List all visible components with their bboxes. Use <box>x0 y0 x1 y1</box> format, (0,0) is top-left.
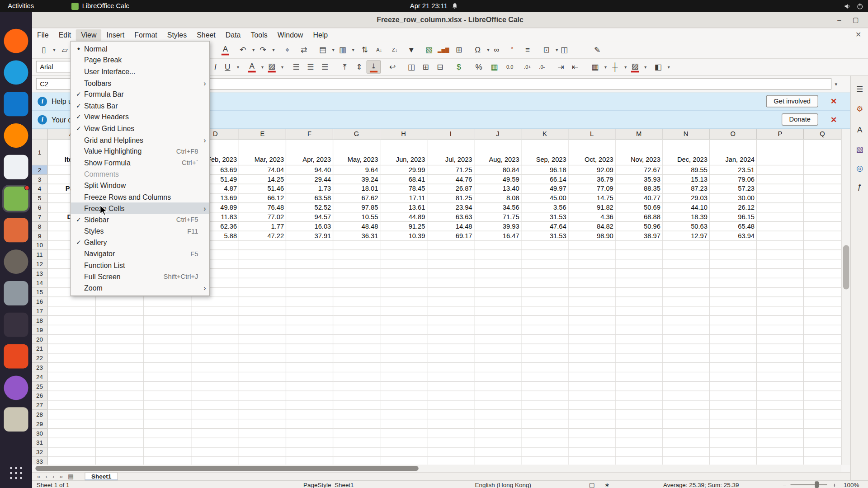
cell[interactable] <box>804 259 841 269</box>
cell[interactable] <box>757 241 804 250</box>
dock-help[interactable] <box>4 375 28 400</box>
cell[interactable] <box>239 344 286 354</box>
cell[interactable] <box>804 391 841 401</box>
menu-item-normal[interactable]: ●Normal <box>71 43 209 55</box>
cell[interactable] <box>333 269 380 278</box>
column-header[interactable]: L <box>569 129 616 139</box>
cell[interactable] <box>757 288 804 297</box>
cell[interactable] <box>192 382 239 391</box>
cell[interactable]: 71.25 <box>427 165 474 175</box>
menu-window[interactable]: Window <box>273 29 308 41</box>
cell[interactable]: 97.85 <box>333 203 380 212</box>
dock-firefox[interactable] <box>4 29 28 53</box>
cell[interactable] <box>710 429 757 438</box>
cell[interactable] <box>474 372 521 382</box>
show-applications-button[interactable] <box>9 466 24 480</box>
cell[interactable] <box>804 212 841 222</box>
cell[interactable]: 1.73 <box>286 184 333 194</box>
cell[interactable] <box>144 325 192 335</box>
cell[interactable] <box>757 457 804 465</box>
cell[interactable] <box>239 438 286 448</box>
cell[interactable] <box>96 410 144 419</box>
cell[interactable] <box>710 297 757 307</box>
cell[interactable] <box>286 335 333 344</box>
cell[interactable]: 96.15 <box>710 212 757 222</box>
cell[interactable] <box>474 382 521 391</box>
cell[interactable] <box>144 410 192 419</box>
row-header[interactable]: 7 <box>32 212 47 222</box>
gallery-icon[interactable]: ▧ <box>851 142 868 155</box>
cell[interactable] <box>663 457 710 465</box>
column-header[interactable]: G <box>333 129 380 139</box>
cell[interactable] <box>380 363 427 372</box>
chevron-down-icon[interactable]: ▾ <box>261 65 264 70</box>
row-header[interactable]: 2 <box>32 165 47 175</box>
cell[interactable] <box>474 363 521 372</box>
cell[interactable] <box>380 335 427 344</box>
cell[interactable] <box>474 448 521 457</box>
cell[interactable] <box>757 325 804 335</box>
cell[interactable] <box>286 306 333 316</box>
cell[interactable] <box>239 401 286 410</box>
cell[interactable] <box>663 269 710 278</box>
cell[interactable] <box>96 353 144 363</box>
cell[interactable]: Apr, 2023 <box>286 140 333 166</box>
dock-libreoffice-writer[interactable] <box>4 155 28 179</box>
insert-chart-icon[interactable]: ▂▅▇ <box>436 43 451 56</box>
cell[interactable] <box>521 241 568 250</box>
cell[interactable] <box>474 325 521 335</box>
align-center-icon[interactable]: ☰ <box>303 60 318 73</box>
cell[interactable] <box>521 457 568 465</box>
cell[interactable] <box>757 259 804 269</box>
menu-item-sidebar[interactable]: ✓SidebarCtrl+F5 <box>71 214 209 225</box>
cell[interactable] <box>616 259 663 269</box>
chevron-down-icon[interactable]: ▾ <box>237 65 239 70</box>
cell[interactable] <box>47 429 96 438</box>
cell[interactable] <box>427 457 474 465</box>
cell[interactable] <box>474 278 521 288</box>
cell[interactable] <box>286 419 333 429</box>
cell[interactable] <box>333 259 380 269</box>
row-header[interactable]: 28 <box>32 410 47 419</box>
cell[interactable] <box>96 297 144 307</box>
cell[interactable] <box>757 203 804 212</box>
cell[interactable] <box>710 438 757 448</box>
cell[interactable] <box>239 382 286 391</box>
cell[interactable]: 79.06 <box>710 175 757 184</box>
cell[interactable] <box>569 269 616 278</box>
cell[interactable] <box>96 335 144 344</box>
cell[interactable]: 34.56 <box>474 203 521 212</box>
center-vertically-icon[interactable]: ⇕ <box>352 60 367 73</box>
cell[interactable] <box>663 288 710 297</box>
row-header[interactable]: 9 <box>32 231 47 241</box>
menu-format[interactable]: Format <box>129 29 162 41</box>
cell[interactable] <box>757 165 804 175</box>
cell[interactable] <box>286 278 333 288</box>
cell[interactable] <box>474 259 521 269</box>
column-header[interactable]: K <box>521 129 568 139</box>
menu-item-show-formula[interactable]: Show FormulaCtrl+` <box>71 157 209 169</box>
cell[interactable] <box>427 288 474 297</box>
cell[interactable]: 13.61 <box>380 203 427 212</box>
cell[interactable] <box>427 429 474 438</box>
align-bottom-icon[interactable]: ⤓ <box>367 60 381 73</box>
cell[interactable] <box>144 401 192 410</box>
cell[interactable] <box>569 316 616 325</box>
chevron-down-icon[interactable]: ▾ <box>252 47 255 52</box>
cell[interactable] <box>239 278 286 288</box>
cell[interactable] <box>47 353 96 363</box>
merge-cells-icon[interactable]: ⊞ <box>419 60 433 73</box>
row-header[interactable]: 10 <box>32 241 47 250</box>
cell[interactable] <box>663 325 710 335</box>
cell[interactable] <box>427 353 474 363</box>
insert-hyperlink-icon[interactable]: ∞ <box>489 43 504 56</box>
menu-item-function-list[interactable]: Function List <box>71 260 209 271</box>
cell[interactable] <box>521 353 568 363</box>
cell[interactable] <box>239 448 286 457</box>
cell[interactable] <box>286 241 333 250</box>
menu-item-view-grid-lines[interactable]: ✓View Grid Lines <box>71 123 209 134</box>
cell[interactable]: 81.25 <box>427 194 474 203</box>
cell[interactable] <box>710 288 757 297</box>
close-infobar-icon[interactable]: ✕ <box>830 97 837 106</box>
cell[interactable] <box>96 457 144 465</box>
